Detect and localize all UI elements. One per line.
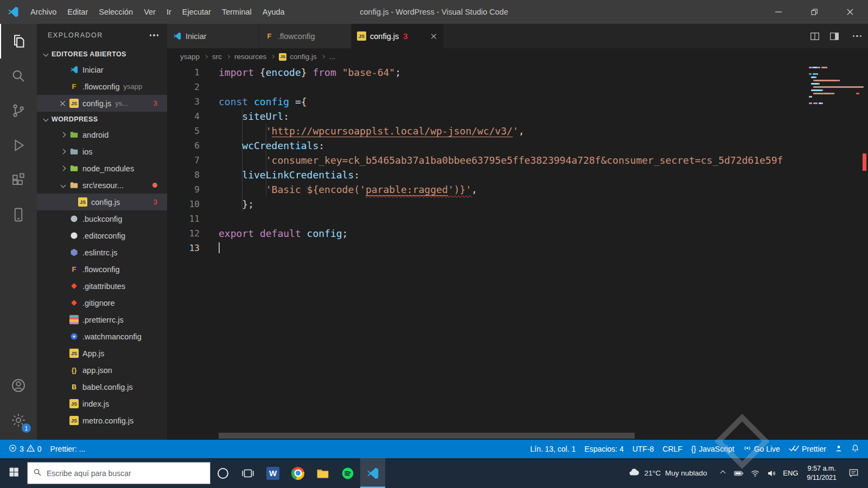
file-row-.buckconfig[interactable]: .buckconfig — [37, 210, 167, 227]
file-explorer-taskbar-button[interactable] — [310, 458, 335, 488]
code-text[interactable]: export default config; — [219, 226, 348, 241]
spotify-taskbar-button[interactable] — [335, 458, 360, 488]
task-view-taskbar-button[interactable] — [235, 458, 260, 488]
prettier-status[interactable]: Prettier: ... — [46, 440, 90, 458]
file-row-App.js[interactable]: JSApp.js — [37, 345, 167, 362]
code-text[interactable]: 'consumer_key=ck_b5465ab37a1ba0bbee63795… — [219, 153, 783, 168]
notifications-button[interactable] — [847, 440, 864, 458]
file-row-.flowconfig[interactable]: F.flowconfigysapp — [37, 78, 167, 95]
menu-ayuda[interactable]: Ayuda — [257, 0, 290, 24]
breadcrumb-item-config.js[interactable]: JSconfig.js — [279, 53, 317, 61]
eol-selector[interactable]: CRLF — [658, 440, 687, 458]
file-row-babel.config.js[interactable]: Bbabel.config.js — [37, 378, 167, 395]
code-line-9[interactable]: 9 'Basic ${encode('parable:ragged')}', — [167, 182, 806, 197]
file-row-android[interactable]: android — [37, 126, 167, 143]
encoding[interactable]: UTF-8 — [628, 440, 659, 458]
code-text[interactable]: }; — [219, 197, 254, 211]
file-row-metro.config.js[interactable]: JSmetro.config.js — [37, 412, 167, 429]
menu-terminal[interactable]: Terminal — [216, 0, 257, 24]
cortana-taskbar-button[interactable] — [210, 458, 235, 488]
more-actions-icon[interactable] — [150, 34, 158, 36]
vscode-taskbar-button[interactable] — [360, 458, 385, 488]
code-line-7[interactable]: 7 'consumer_key=ck_b5465ab37a1ba0bbee637… — [167, 153, 806, 168]
minimap[interactable] — [806, 65, 860, 440]
tab-config.js[interactable]: JSconfig.js3 — [352, 24, 444, 48]
close-button[interactable] — [832, 0, 868, 24]
file-row-index.js[interactable]: JSindex.js — [37, 395, 167, 412]
extensions-activity-button[interactable] — [0, 163, 37, 197]
weather-widget[interactable]: 21°C Muy nublado — [621, 458, 714, 488]
code-text[interactable]: 'Basic ${encode('parable:ragged')}', — [219, 182, 477, 197]
menu-archivo[interactable]: Archivo — [25, 0, 62, 24]
problems-indicator[interactable]: 3 0 — [4, 440, 46, 458]
file-row-.editorconfig[interactable]: .editorconfig — [37, 227, 167, 244]
split-editor-icon[interactable] — [807, 29, 822, 44]
accounts-activity-button[interactable] — [0, 368, 37, 403]
file-row-src\resour...[interactable]: src\resour... — [37, 177, 167, 194]
file-row-.watchmanconfig[interactable]: .watchmanconfig — [37, 328, 167, 345]
close-icon[interactable] — [430, 33, 438, 40]
explorer-activity-button[interactable] — [0, 24, 37, 59]
search-input[interactable] — [47, 469, 205, 478]
file-row-.prettierrc.js[interactable]: .prettierrc.js — [37, 311, 167, 328]
editor-layout-icon[interactable] — [827, 29, 842, 44]
restore-button[interactable] — [796, 0, 832, 24]
more-actions-icon[interactable] — [846, 29, 861, 44]
code-text[interactable]: const config ={ — [219, 94, 307, 109]
code-line-10[interactable]: 10 }; — [167, 197, 806, 211]
breadcrumb-item-src[interactable]: src — [212, 53, 222, 61]
file-row-.gitignore[interactable]: .gitignore — [37, 294, 167, 311]
indentation[interactable]: Espacios: 4 — [580, 440, 628, 458]
tab-Iniciar[interactable]: Iniciar — [167, 24, 259, 48]
code-line-6[interactable]: 6 wcCredentials: — [167, 138, 806, 153]
language-indicator[interactable]: ENG — [780, 469, 801, 477]
menu-ver[interactable]: Ver — [138, 0, 161, 24]
code-line-8[interactable]: 8 liveLinkCredentials: — [167, 168, 806, 182]
source-control-activity-button[interactable] — [0, 93, 37, 128]
file-row-Iniciar[interactable]: Iniciar — [37, 61, 167, 78]
code-line-1[interactable]: 1import {encode} from "base-64"; — [167, 65, 806, 80]
hidden-icons-button[interactable] — [714, 458, 731, 488]
code-text[interactable]: siteUrl: — [219, 109, 289, 124]
chrome-taskbar-button[interactable] — [285, 458, 310, 488]
file-row-config.js[interactable]: JSconfig.jsys...3 — [37, 95, 167, 112]
code-line-12[interactable]: 12export default config; — [167, 226, 806, 241]
menu-selección[interactable]: Selección — [93, 0, 138, 24]
cursor-position[interactable]: Lín. 13, col. 1 — [526, 440, 580, 458]
file-row-ios[interactable]: ios — [37, 143, 167, 160]
code-line-13[interactable]: 13 — [167, 241, 806, 255]
horizontal-scrollbar[interactable] — [219, 433, 635, 439]
close-icon[interactable] — [59, 100, 67, 107]
code-line-2[interactable]: 2 — [167, 80, 806, 94]
volume-icon[interactable] — [763, 458, 780, 488]
clock[interactable]: 9:57 a.m. 9/11/2021 — [801, 464, 842, 483]
file-row-node_modules[interactable]: node_modules — [37, 160, 167, 177]
breadcrumb-item-resources[interactable]: resources — [234, 53, 266, 61]
code-text[interactable] — [219, 241, 220, 255]
tab-.flowconfig[interactable]: F.flowconfig — [259, 24, 352, 48]
settings-activity-button[interactable]: 1 — [0, 403, 37, 438]
prettier-formatter[interactable]: Prettier — [784, 440, 831, 458]
search-activity-button[interactable] — [0, 59, 37, 93]
file-row-.flowconfig[interactable]: F.flowconfig — [37, 261, 167, 278]
section-header-editores-abiertos[interactable]: EDITORES ABIERTOS — [37, 47, 167, 61]
action-center-button[interactable] — [842, 458, 865, 488]
breadcrumb-item-ysapp[interactable]: ysapp — [180, 53, 200, 61]
network-icon[interactable] — [747, 458, 763, 488]
start-button[interactable] — [0, 458, 27, 488]
code-text[interactable]: liveLinkCredentials: — [219, 168, 360, 182]
file-row-app.json[interactable]: {}app.json — [37, 362, 167, 378]
run-and-debug-activity-button[interactable] — [0, 128, 37, 163]
file-row-.eslintrc.js[interactable]: .eslintrc.js — [37, 244, 167, 261]
code-text[interactable]: import {encode} from "base-64"; — [219, 65, 401, 80]
menu-editar[interactable]: Editar — [62, 0, 93, 24]
code-line-5[interactable]: 5 'http://wpcursoapplst.local/wp-json/wc… — [167, 124, 806, 138]
code-line-3[interactable]: 3const config ={ — [167, 94, 806, 109]
breadcrumb-item-...[interactable]: ... — [329, 53, 335, 61]
section-header-wordpress[interactable]: WORDPRESS — [37, 112, 167, 126]
mobile-view-activity-button[interactable] — [0, 197, 37, 232]
feedback-button[interactable] — [831, 440, 847, 458]
file-row-.gitattributes[interactable]: .gitattributes — [37, 278, 167, 294]
code-line-4[interactable]: 4 siteUrl: — [167, 109, 806, 124]
code-line-11[interactable]: 11 — [167, 211, 806, 226]
